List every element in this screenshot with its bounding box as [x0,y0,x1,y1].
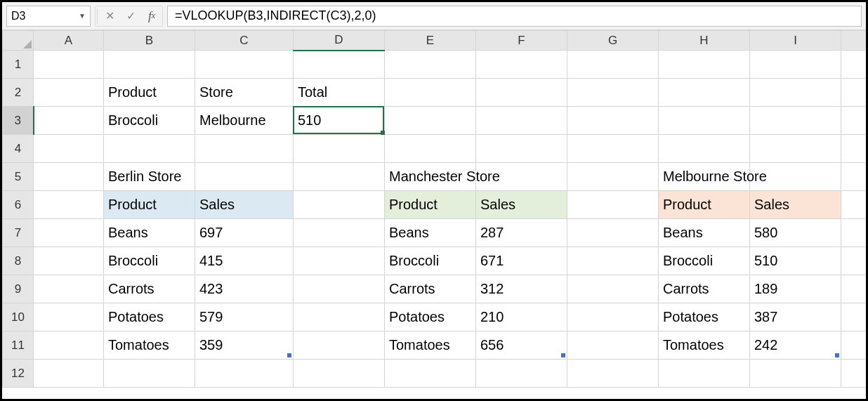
cell[interactable] [34,219,104,247]
cell[interactable] [385,135,476,163]
cell-H10[interactable]: Potatoes [659,303,750,331]
cell-B9[interactable]: Carrots [104,275,195,303]
col-header-C[interactable]: C [195,31,294,51]
cell[interactable] [841,303,867,331]
cell[interactable] [567,107,659,135]
cell[interactable] [841,79,867,107]
cell-C6[interactable]: Sales [195,191,294,219]
cell-F7[interactable]: 287 [476,219,567,247]
row-header-4[interactable]: 4 [3,135,34,163]
cell-H7[interactable]: Beans [659,219,750,247]
cell[interactable] [659,135,750,163]
spreadsheet-grid[interactable]: A B C D E F G H I 1 2 Product Store Tota… [2,30,866,399]
cell-F10[interactable]: 210 [476,303,567,331]
cell-H9[interactable]: Carrots [659,275,750,303]
cell-B7[interactable]: Beans [104,219,195,247]
col-header-F[interactable]: F [476,31,567,51]
cell-I7[interactable]: 580 [750,219,841,247]
cell[interactable] [841,163,867,191]
cell-C7[interactable]: 697 [195,219,294,247]
cell-C8[interactable]: 415 [195,247,294,275]
cell[interactable] [195,51,294,79]
cell-E11[interactable]: Tomatoes [385,331,476,360]
cell[interactable] [294,275,385,303]
cell[interactable] [841,331,867,360]
cell[interactable] [104,135,195,163]
cell[interactable] [385,79,476,107]
cell[interactable] [750,51,841,79]
chevron-down-icon[interactable]: ▼ [79,12,86,20]
cell[interactable] [567,79,659,107]
cell-I6[interactable]: Sales [750,191,841,219]
cell-D2[interactable]: Total [294,79,385,107]
cell[interactable] [567,331,659,360]
cell[interactable] [294,303,385,331]
row-header-5[interactable]: 5 [3,163,34,191]
cell[interactable] [294,219,385,247]
row-header-1[interactable]: 1 [3,51,34,79]
cell[interactable] [34,303,104,331]
cell[interactable] [659,360,750,388]
cell[interactable] [34,191,104,219]
cell-B8[interactable]: Broccoli [104,247,195,275]
cell[interactable] [476,79,567,107]
cell[interactable] [841,247,867,275]
table-corner-icon[interactable] [835,353,839,357]
cell[interactable] [34,51,104,79]
row-header-8[interactable]: 8 [3,247,34,275]
cell[interactable] [294,163,385,191]
fx-icon[interactable]: fx [141,6,162,27]
cell-C11[interactable]: 359 [195,331,294,360]
cell[interactable] [476,135,567,163]
cell[interactable] [659,79,750,107]
cell-B5[interactable]: Berlin Store [104,163,195,191]
cell[interactable] [104,51,195,79]
cell[interactable] [195,163,294,191]
name-box[interactable]: D3 ▼ [6,6,91,27]
cell[interactable] [567,163,659,191]
cell-F8[interactable]: 671 [476,247,567,275]
cell[interactable] [294,51,385,79]
row-header-10[interactable]: 10 [3,303,34,331]
cell[interactable] [195,135,294,163]
cell[interactable] [294,135,385,163]
cell-C9[interactable]: 423 [195,275,294,303]
cell[interactable] [567,135,659,163]
cell-E5[interactable]: Manchester Store [385,163,476,191]
cell[interactable] [567,191,659,219]
cell[interactable] [750,79,841,107]
cell[interactable] [567,303,659,331]
cell-E9[interactable]: Carrots [385,275,476,303]
cell[interactable] [567,51,659,79]
cell[interactable] [385,360,476,388]
cell[interactable] [841,51,867,79]
select-all-corner[interactable] [3,31,34,51]
col-header-A[interactable]: A [34,31,104,51]
cell-C3[interactable]: Melbourne [195,107,294,135]
cell[interactable] [841,135,867,163]
cell[interactable] [195,360,294,388]
cell[interactable] [34,79,104,107]
cell[interactable] [567,275,659,303]
cell[interactable] [34,247,104,275]
cell-D3[interactable]: 510 [294,107,385,135]
cell[interactable] [294,191,385,219]
col-header-H[interactable]: H [659,31,750,51]
cell-I10[interactable]: 387 [750,303,841,331]
cell[interactable] [567,360,659,388]
cell[interactable] [567,247,659,275]
cell-H8[interactable]: Broccoli [659,247,750,275]
cell[interactable] [34,163,104,191]
row-header-6[interactable]: 6 [3,191,34,219]
cell[interactable] [841,107,867,135]
cell[interactable] [294,331,385,360]
cell[interactable] [750,360,841,388]
col-header-extra[interactable] [841,31,867,51]
cell-E7[interactable]: Beans [385,219,476,247]
cell-H5[interactable]: Melbourne Store [659,163,750,191]
cell[interactable] [841,191,867,219]
cell[interactable] [34,135,104,163]
col-header-I[interactable]: I [750,31,841,51]
cell-F6[interactable]: Sales [476,191,567,219]
table-corner-icon[interactable] [561,353,565,357]
